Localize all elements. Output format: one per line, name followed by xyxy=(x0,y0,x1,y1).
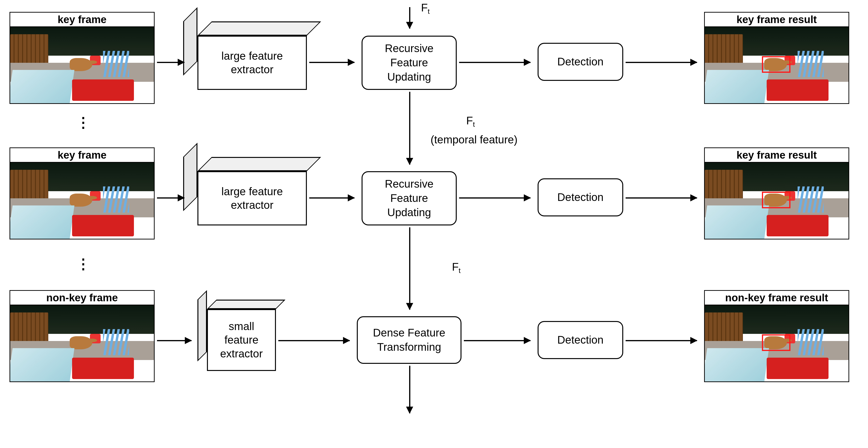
input-scene-1 xyxy=(10,27,154,103)
bbox-3 xyxy=(762,334,790,351)
ft-label-mid: Ft xyxy=(466,114,475,128)
input-scene-2 xyxy=(10,163,154,239)
vdots-2: ⋮ xyxy=(76,256,91,272)
dft-label: Dense Feature Transforming xyxy=(373,326,445,354)
ft-label-top: Ft xyxy=(421,1,430,15)
output-keyframe-title-1: key frame result xyxy=(705,12,848,27)
arrow-dft-out xyxy=(409,366,410,413)
architecture-diagram: key frame large feature extractor Recurs… xyxy=(0,0,868,448)
large-extractor-label-1: large feature extractor xyxy=(221,49,283,76)
output-scene-1 xyxy=(705,27,848,103)
small-extractor-label: small feature extractor xyxy=(220,320,263,361)
input-keyframe-card-1: key frame xyxy=(9,12,155,104)
arrow-rfu1-to-rfu2 xyxy=(409,92,410,165)
input-nonkeyframe-card: non-key frame xyxy=(9,290,155,382)
arrow-input2-to-extractor2 xyxy=(157,197,184,198)
input-nonkeyframe-title: non-key frame xyxy=(10,291,154,305)
bbox-2 xyxy=(762,192,790,208)
large-extractor-label-2: large feature extractor xyxy=(221,185,283,212)
detection-box-1: Detection xyxy=(537,43,623,81)
arrow-dft-to-detection3 xyxy=(464,340,530,341)
input-keyframe-card-2: key frame xyxy=(9,148,155,239)
arrow-detection2-to-output2 xyxy=(626,197,697,198)
arrow-input1-to-extractor1 xyxy=(157,62,184,63)
arrow-detection1-to-output1 xyxy=(626,62,697,63)
rfu-box-1: Recursive Feature Updating xyxy=(362,36,457,90)
output-keyframe-title-2: key frame result xyxy=(705,148,848,163)
input-scene-3 xyxy=(10,305,154,381)
arrow-rfu1-to-detection1 xyxy=(459,62,530,63)
output-scene-3 xyxy=(705,305,848,381)
output-keyframe-card-2: key frame result xyxy=(704,148,849,239)
arrow-extractor2-to-rfu2 xyxy=(309,197,354,198)
output-nonkeyframe-card: non-key frame result xyxy=(704,290,849,382)
output-keyframe-card-1: key frame result xyxy=(704,12,849,104)
detection-label-1: Detection xyxy=(557,55,603,69)
rfu-box-2: Recursive Feature Updating xyxy=(362,171,457,225)
arrow-rfu2-to-dft xyxy=(409,227,410,310)
input-keyframe-title-1: key frame xyxy=(10,12,154,27)
temporal-feature-note: (temporal feature) xyxy=(431,133,518,146)
rfu-label-2: Recursive Feature Updating xyxy=(385,177,434,220)
detection-label-3: Detection xyxy=(557,333,603,347)
arrow-detection3-to-output3 xyxy=(626,340,697,341)
arrow-extractor3-to-dft xyxy=(278,340,350,341)
detection-box-2: Detection xyxy=(537,178,623,216)
detection-box-3: Detection xyxy=(537,321,623,359)
arrow-rfu2-to-detection2 xyxy=(459,197,530,198)
arrow-input3-to-extractor3 xyxy=(157,340,191,341)
output-nonkeyframe-title: non-key frame result xyxy=(705,291,848,305)
output-scene-2 xyxy=(705,163,848,239)
detection-label-2: Detection xyxy=(557,190,603,204)
bbox-1 xyxy=(762,56,790,73)
dft-box: Dense Feature Transforming xyxy=(357,316,462,364)
vdots-1: ⋮ xyxy=(76,114,91,131)
rfu-label-1: Recursive Feature Updating xyxy=(385,41,434,84)
input-keyframe-title-2: key frame xyxy=(10,148,154,163)
arrow-ft-into-rfu1 xyxy=(409,7,410,29)
ft-label-bottom: Ft xyxy=(452,260,461,275)
arrow-extractor1-to-rfu1 xyxy=(309,62,354,63)
